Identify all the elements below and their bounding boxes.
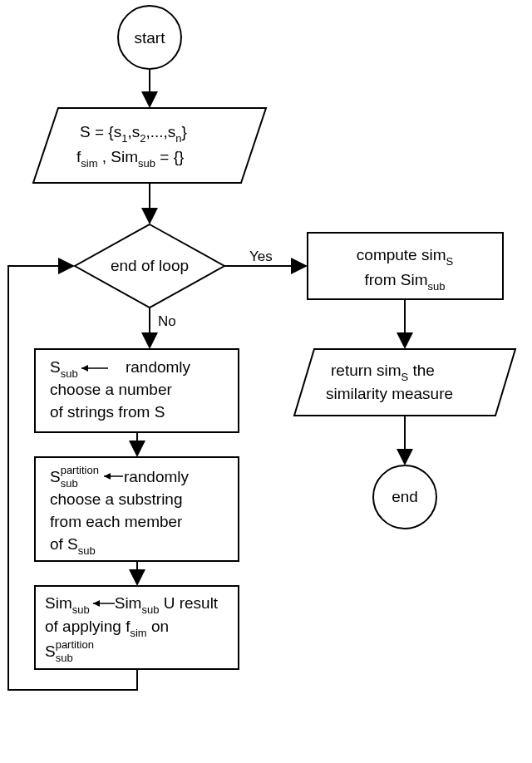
proc1-line2: choose a number <box>50 381 172 398</box>
compute-node <box>308 233 503 299</box>
proc2-line3: from each member <box>50 513 183 530</box>
proc1-line3: of strings from S <box>50 403 165 421</box>
yes-label: Yes <box>249 249 273 264</box>
input-node <box>33 108 266 183</box>
decision-label: end of loop <box>111 257 189 274</box>
proc2-line2: choose a substring <box>50 490 183 508</box>
no-label: No <box>158 313 176 329</box>
start-label: start <box>135 29 166 47</box>
end-label: end <box>392 488 418 505</box>
return-line2: similarity measure <box>326 385 453 402</box>
